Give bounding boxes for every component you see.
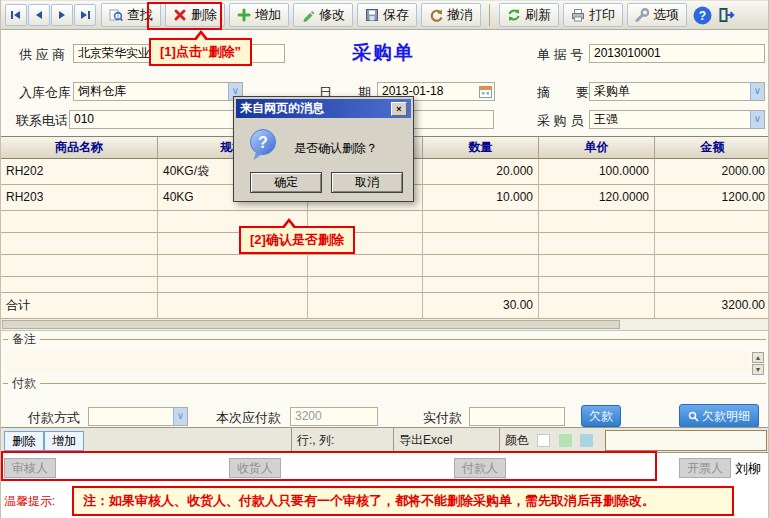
options-button[interactable]: 选项 [627, 3, 687, 27]
close-icon[interactable]: × [391, 102, 407, 116]
ok-button[interactable]: 确定 [250, 172, 322, 193]
magnifier-icon [688, 411, 699, 422]
nav-first-button[interactable] [5, 4, 27, 26]
find-button[interactable]: 查找 [101, 3, 161, 27]
arrears-button[interactable]: 欠款 [581, 405, 621, 427]
add-button[interactable]: 增加 [229, 3, 289, 27]
exit-button[interactable] [717, 5, 737, 25]
actual-payment-input[interactable] [469, 407, 565, 426]
col-header-amount[interactable]: 金额 [655, 137, 769, 159]
payable-input[interactable]: 3200 [290, 407, 378, 426]
color-swatch-blue[interactable] [580, 434, 593, 447]
nav-prev-button[interactable] [28, 4, 50, 26]
help-button[interactable]: ? [692, 5, 712, 25]
cell-price[interactable]: 120.0000 [539, 185, 655, 211]
col-header-price[interactable]: 单价 [539, 137, 655, 159]
color-swatch-green[interactable] [559, 434, 572, 447]
nav-last-button[interactable] [74, 4, 96, 26]
col-header-qty[interactable]: 数量 [423, 137, 539, 159]
cell-qty[interactable]: 10.000 [423, 185, 539, 211]
scroll-down-icon[interactable]: ▼ [752, 364, 764, 375]
toolbar-separator [489, 4, 490, 26]
dialog-title: 来自网页的消息 [240, 99, 324, 118]
invoicer-button[interactable]: 开票人 [679, 458, 731, 478]
table-row-empty[interactable] [1, 233, 769, 255]
cancel-button[interactable]: 取消 [331, 172, 403, 193]
wrench-icon [635, 8, 649, 22]
cell-price[interactable]: 100.0000 [539, 159, 655, 185]
search-icon [109, 8, 123, 22]
nav-next-button[interactable] [51, 4, 73, 26]
save-button[interactable]: 保存 [357, 3, 417, 27]
remarks-legend: 备注 [8, 331, 40, 348]
refresh-button[interactable]: 刷新 [499, 3, 559, 27]
auditor-label: 审核人 [12, 461, 48, 475]
table-row-empty[interactable] [1, 211, 769, 233]
cell-amount[interactable]: 1200.00 [655, 185, 769, 211]
payment-method-select[interactable]: ∨ [88, 407, 188, 426]
plus-icon [237, 8, 251, 22]
scroll-up-icon[interactable]: ▲ [752, 352, 764, 363]
question-icon: ? [247, 128, 281, 162]
row-add-button[interactable]: 增加 [44, 431, 84, 451]
summary-select[interactable]: 采购单∨ [589, 82, 765, 101]
payable-label: 本次应付款 [216, 409, 281, 427]
remarks-section: 备注 ▲ ▼ [3, 331, 766, 375]
calendar-icon[interactable] [479, 85, 492, 98]
arrears-detail-button[interactable]: 欠款明细 [679, 404, 759, 428]
chevron-down-icon[interactable]: ∨ [750, 111, 764, 128]
modify-button[interactable]: 修改 [293, 3, 353, 27]
doc-no-input[interactable]: 2013010001 [589, 44, 765, 63]
refresh-button-label: 刷新 [525, 6, 551, 24]
payer-button[interactable]: 付款人 [454, 458, 506, 478]
payment-method-label: 付款方式 [28, 409, 80, 427]
invoicer-name: 刘柳 [735, 460, 761, 478]
auditor-button[interactable]: 审核人 [4, 458, 56, 478]
col-header-product[interactable]: 商品名称 [1, 137, 158, 159]
cell-amount[interactable]: 2000.00 [655, 159, 769, 185]
delete-button[interactable]: 删除 [165, 3, 225, 27]
first-record-icon [10, 9, 22, 21]
remarks-textarea[interactable] [5, 350, 750, 373]
cell-product[interactable]: RH203 [1, 185, 158, 211]
actual-payment-label: 实付款 [423, 409, 462, 427]
undo-button[interactable]: 撤消 [421, 3, 481, 27]
chevron-down-icon[interactable]: ∨ [750, 83, 764, 100]
buyer-select[interactable]: 王强∨ [589, 110, 765, 129]
cell-qty[interactable]: 20.000 [423, 159, 539, 185]
cell-product[interactable]: RH202 [1, 159, 158, 185]
doc-no-label: 单 据 号 [537, 46, 583, 64]
color-swatch-white[interactable] [537, 434, 550, 447]
color-picker: 颜色 [499, 428, 605, 453]
callout-pointer-fill [283, 222, 295, 230]
save-button-label: 保存 [383, 6, 409, 24]
add-button-label: 增加 [255, 6, 281, 24]
scrollbar-thumb[interactable] [2, 320, 620, 329]
step1-callout: [1]点击“删除” [149, 38, 252, 66]
chevron-down-icon[interactable]: ∨ [173, 408, 187, 425]
cancel-button-label: 取消 [355, 175, 379, 189]
warehouse-label: 入库仓库 [19, 84, 71, 102]
table-row-empty[interactable] [1, 255, 769, 277]
table-row-empty[interactable] [1, 277, 769, 293]
payment-legend: 付款 [8, 375, 40, 392]
purchase-order-window: 查找 删除 增加 修改 保存 撤消 刷新 打印 [0, 0, 769, 518]
delete-button-label: 删除 [191, 6, 217, 24]
undo-button-label: 撤消 [447, 6, 473, 24]
warehouse-select[interactable]: 饲料仓库∨ [73, 82, 243, 101]
receiver-button[interactable]: 收货人 [229, 458, 281, 478]
printer-icon [571, 8, 585, 22]
grid-toolbar: 删除 增加 行:, 列: 导出Excel 颜色 [1, 427, 768, 453]
export-excel-button[interactable]: 导出Excel [393, 428, 499, 453]
payment-section: 付款 付款方式 ∨ 本次应付款 3200 实付款 欠款 欠款明细 [3, 375, 766, 427]
row-delete-button[interactable]: 删除 [4, 431, 44, 451]
table-horizontal-scrollbar[interactable] [1, 319, 768, 331]
print-button[interactable]: 打印 [563, 3, 623, 27]
exit-door-icon [718, 7, 737, 24]
dialog-titlebar[interactable]: 来自网页的消息 × [236, 99, 411, 118]
confirm-delete-dialog: 来自网页的消息 × ? 是否确认删除？ 确定 取消 [233, 96, 414, 202]
status-box [605, 430, 767, 451]
save-disk-icon [365, 8, 379, 22]
last-record-icon [79, 9, 91, 21]
total-label: 合计 [1, 293, 158, 319]
